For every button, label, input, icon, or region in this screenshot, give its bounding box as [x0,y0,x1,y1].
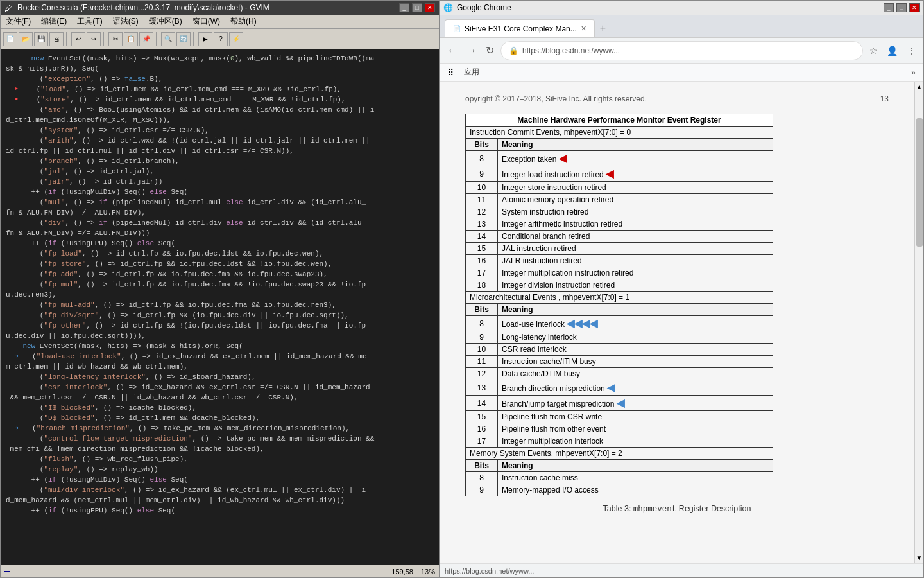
code-line: ("fp store", () => id_ctrl.fp && io.fpu.… [1,259,439,269]
menu-file[interactable]: 文件(F) [1,15,36,28]
scroll-down-button[interactable]: ▼ [914,552,923,563]
menu-button[interactable]: ⋮ [904,43,918,58]
table-row: 16 Pipeline flush from other event [466,423,773,435]
red-arrow-load: ◀ [606,168,613,179]
table-row: 13 Branch direction misprediction ◀ [466,380,773,396]
code-text: ("arith", () => id_ctrl.wxd && !(id_ctrl… [1,136,370,146]
meaning-cell: Memory-mapped I/O access [498,484,773,496]
toolbar-cut[interactable]: ✂ [108,32,123,46]
code-line: ("control-flow target misprediction", ()… [1,434,439,444]
browser-close-button[interactable]: ✕ [909,3,920,12]
browser-minimize-button[interactable]: _ [884,3,894,12]
table-row: 16 JALR instruction retired [466,255,773,267]
toolbar-save[interactable]: 💾 [34,32,48,46]
toolbar-copy[interactable]: 📋 [124,32,138,46]
red-arrow-exception: ◀ [559,153,567,164]
bits-cell: 9 [466,484,498,496]
bits-cell: 10 [466,344,498,356]
tab-close-button[interactable]: ✕ [581,24,586,33]
menu-buffer[interactable]: 缓冲区(B) [144,15,187,28]
menu-help[interactable]: 帮助(H) [225,15,262,28]
meaning-cell: JAL instruction retired [498,243,773,255]
refresh-button[interactable]: ↻ [483,42,497,59]
table-row: 11 Instruction cache/ITIM busy [466,356,773,368]
code-line: new EventSet((mask, hits) => (mask & hit… [1,341,439,351]
star-button[interactable]: ☆ [867,43,880,58]
bits-cell: 17 [466,267,498,279]
meaning-header-2: Meaning [498,304,773,316]
code-text: fn & ALU.FN_DIV) =/= ALU.FN_DIV))) [1,228,150,238]
code-text: u.dec.ren3), [1,290,56,300]
user-button[interactable]: 👤 [884,43,900,58]
address-bar[interactable]: 🔒 https://blog.csdn.net/wyww... [501,41,863,60]
code-line: ("fp mul-add", () => id_ctrl.fp && io.fp… [1,300,439,310]
toolbar-extra[interactable]: ⚡ [229,32,243,46]
code-line: ("long-latency interlock", () => id_sboa… [1,372,439,382]
bits-cell: 16 [466,255,498,267]
toolbar-open[interactable]: 📂 [19,32,33,46]
browser-window: 🌐 Google Chrome _ □ ✕ 📄 SiFive E31 Core … [440,0,924,578]
scroll-up-button[interactable]: ▲ [914,82,923,92]
bits-cell: 18 [466,279,498,292]
bookmarks-more-icon: » [911,68,916,77]
new-tab-button[interactable]: + [595,19,611,37]
code-line: fn & ALU.FN_DIV) =/= ALU.FN_DIV), [1,207,439,218]
code-text: sk & hits).orR)), Seq( [1,64,99,74]
bits-cell: 12 [466,368,498,380]
scrollbar-thumb[interactable] [916,118,923,247]
maximize-button[interactable]: □ [412,3,422,12]
toolbar-paste[interactable]: 📌 [139,32,153,46]
browser-window-title: Google Chrome [457,3,511,12]
toolbar-replace[interactable]: 🔄 [176,32,191,46]
bookmark-apps[interactable]: 应用 [461,66,482,79]
browser-maximize-button[interactable]: □ [896,3,907,12]
code-line: ++ (if (!usingFPU) Seq() else Seq( [1,238,439,249]
toolbar-search[interactable]: 🔍 [161,32,175,46]
code-text: && mem_ctrl.csr =/= CSR.N || id_wb_hazar… [1,392,298,403]
code-arrow-branch: ➜ [1,423,22,434]
code-line: ("I$ blocked", () => icache_blocked), [1,403,439,413]
bits-header-3: Bits [466,460,498,472]
code-text: ("flush", () => wb_reg_flush_pipe), [1,454,188,464]
toolbar-help2[interactable]: ? [214,32,228,46]
code-text: ("jalr", () => id_ctrl.jalr)) [1,177,162,187]
close-button[interactable]: ✕ [425,3,435,12]
code-text: ➤ [1,84,22,94]
browser-scrollbar[interactable]: ▲ ▼ [914,82,923,563]
code-text: ➤ [1,94,22,105]
minimize-button[interactable]: _ [399,3,409,12]
browser-tab-active[interactable]: 📄 SiFive E31 Core Complex Man... ✕ [445,19,595,37]
meaning-cell: Instruction cache miss [498,472,773,484]
forward-button[interactable]: → [464,42,479,59]
meaning-header: Meaning [498,139,773,151]
menu-window[interactable]: 窗口(W) [187,15,225,28]
code-text: ("fp store", () => id_ctrl.fp && io.fpu.… [1,259,332,269]
browser-action-icons: ☆ 👤 ⋮ [867,43,918,58]
code-text: d_ctrl.mem_cmd.isOneOf(M_XLR, M_XSC))), [1,115,171,125]
toolbar-run[interactable]: ▶ [198,32,212,46]
code-line: ("branch", () => id_ctrl.branch), [1,156,439,166]
toolbar-new[interactable]: 📄 [3,32,17,46]
gvim-menubar: 文件(F) 编辑(E) 工具(T) 语法(S) 缓冲区(B) 窗口(W) 帮助(… [1,15,439,29]
meaning-cell: Load-use interlock ◀◀◀◀ [498,316,773,331]
menu-tools[interactable]: 工具(T) [72,15,107,28]
toolbar-sep-3 [156,32,158,46]
code-text: ("div", () => if (pipelinedMul) id_ctrl.… [1,218,366,228]
code-line: ("amo", () => Bool(usingAtomics) && id_c… [1,105,439,115]
table-row: 8 Exception taken ◀ [466,151,773,166]
code-text: ("I$ blocked", () => icache_blocked), [1,403,196,413]
toolbar-redo[interactable]: ↪ [87,32,101,46]
code-text: ("fp load", () => id_ctrl.fp && io.fpu.d… [1,249,323,259]
code-line: ("fp load", () => id_ctrl.fp && io.fpu.d… [1,249,439,259]
code-text: ("control-flow target misprediction", ()… [1,434,374,444]
copyright-bar: opyright © 2017–2018, SiFive Inc. All ri… [465,94,889,103]
section2-header: Microarchitectural Events , mhpeventX[7:… [466,292,773,304]
menu-edit[interactable]: 编辑(E) [36,15,72,28]
back-button[interactable]: ← [445,42,460,59]
toolbar-print[interactable]: 🖨 [49,32,64,46]
toolbar-undo[interactable]: ↩ [71,32,85,46]
menu-syntax[interactable]: 语法(S) [108,15,144,28]
code-text: ("fp add", () => id_ctrl.fp && io.fpu.de… [1,269,328,279]
code-line: ("D$ blocked", () => id_ctrl.mem && dcac… [1,413,439,423]
gvim-code-area[interactable]: new EventSet((mask, hits) => Mux(wb_xcpt… [1,49,439,565]
